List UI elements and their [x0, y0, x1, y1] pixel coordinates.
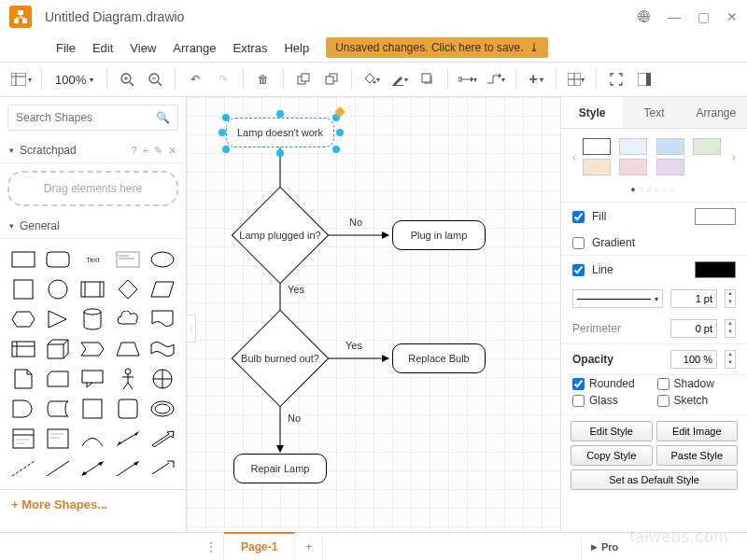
- zoom-in-button[interactable]: [115, 67, 139, 91]
- delete-button[interactable]: 🗑: [251, 67, 275, 91]
- shadow-button[interactable]: [416, 67, 440, 91]
- shape-list2[interactable]: [42, 426, 73, 452]
- shape-datastore[interactable]: [42, 396, 73, 422]
- node-plug-in[interactable]: Plug in lamp: [392, 220, 486, 250]
- shape-internal[interactable]: [7, 336, 38, 362]
- collapse-left-handle[interactable]: ⋮: [187, 315, 196, 343]
- line-width-input[interactable]: [670, 289, 717, 308]
- search-input[interactable]: [16, 111, 156, 124]
- shape-trapezoid[interactable]: [112, 336, 143, 362]
- connection-button[interactable]: ▾: [456, 67, 480, 91]
- sketch-check[interactable]: Sketch: [657, 394, 737, 407]
- more-shapes-button[interactable]: + More Shapes...: [0, 489, 186, 519]
- swatch-next[interactable]: ›: [729, 149, 738, 164]
- zoom-level[interactable]: 100%▾: [49, 73, 99, 87]
- view-mode-button[interactable]: ▾: [9, 67, 34, 91]
- tab-arrange[interactable]: Arrange: [685, 97, 747, 128]
- fill-color[interactable]: [695, 208, 736, 225]
- line-checkbox[interactable]: [572, 264, 585, 276]
- shape-list[interactable]: [7, 426, 38, 452]
- node-repair[interactable]: Repair Lamp: [233, 454, 327, 483]
- format-panel-button[interactable]: [632, 67, 656, 91]
- shape-dashed[interactable]: [7, 455, 38, 482]
- paste-style-button[interactable]: Paste Style: [656, 445, 739, 466]
- shape-hexagon[interactable]: [7, 306, 38, 332]
- swatch[interactable]: [619, 138, 647, 155]
- swatch[interactable]: [619, 159, 647, 175]
- shape-actor[interactable]: [112, 366, 143, 392]
- shape-and[interactable]: [7, 396, 38, 422]
- swatch[interactable]: [693, 138, 721, 155]
- maximize-button[interactable]: ▢: [698, 9, 710, 24]
- edit-image-button[interactable]: Edit Image: [656, 421, 739, 441]
- to-front-button[interactable]: [291, 67, 316, 91]
- copy-style-button[interactable]: Copy Style: [571, 445, 653, 466]
- node-decision-2[interactable]: Bulb burned out?: [246, 324, 315, 393]
- save-banner[interactable]: Unsaved changes. Click here to save.⤓: [326, 37, 547, 58]
- line-color-button[interactable]: ▾: [388, 67, 412, 91]
- edit-style-button[interactable]: Edit Style: [571, 421, 653, 441]
- shape-circle[interactable]: [42, 276, 73, 302]
- shape-link[interactable]: [148, 455, 178, 482]
- tab-style[interactable]: Style: [561, 97, 623, 128]
- shape-container[interactable]: [78, 396, 108, 422]
- shadow-check[interactable]: Shadow: [657, 377, 737, 390]
- line-width-stepper[interactable]: ▲▼: [725, 289, 736, 308]
- table-button[interactable]: ▾: [564, 67, 588, 91]
- page-tab[interactable]: Page-1: [224, 532, 295, 560]
- tab-text[interactable]: Text: [623, 97, 684, 128]
- insert-button[interactable]: +▾: [524, 67, 548, 91]
- menu-edit[interactable]: Edit: [92, 41, 113, 55]
- swatch[interactable]: [656, 138, 684, 155]
- chevron-down-icon[interactable]: ▾: [9, 146, 14, 155]
- shape-text[interactable]: Text: [78, 246, 108, 273]
- shape-note[interactable]: [7, 366, 38, 392]
- edit-icon[interactable]: ✎: [154, 145, 162, 157]
- fullscreen-button[interactable]: [604, 67, 628, 91]
- shape-arrow-thick[interactable]: [148, 426, 178, 452]
- shape-parallelogram[interactable]: [148, 276, 178, 302]
- shape-rect[interactable]: [7, 246, 38, 273]
- shape-cube[interactable]: [42, 336, 73, 362]
- menu-help[interactable]: Help: [284, 41, 309, 55]
- swatch[interactable]: [583, 159, 611, 175]
- properties-toggle[interactable]: ▶Pro: [581, 533, 747, 560]
- shape-textbox[interactable]: [112, 246, 143, 273]
- shape-card[interactable]: [42, 366, 73, 392]
- line-color[interactable]: [695, 261, 736, 278]
- node-decision-1[interactable]: Lamp plugged in?: [246, 201, 315, 270]
- shape-ellipse[interactable]: [148, 246, 178, 273]
- minimize-button[interactable]: —: [668, 9, 681, 24]
- shape-arrow-both[interactable]: [112, 426, 143, 452]
- shape-cylinder[interactable]: [78, 306, 108, 332]
- fill-checkbox[interactable]: [572, 211, 585, 223]
- glass-check[interactable]: Glass: [572, 394, 652, 407]
- shape-tape[interactable]: [148, 336, 178, 362]
- canvas[interactable]: ⋮ Lamp doesn't work Lamp plugged in? No …: [187, 97, 560, 532]
- chevron-down-icon[interactable]: ▾: [9, 221, 14, 231]
- add-page-button[interactable]: +: [295, 533, 323, 560]
- redo-button[interactable]: ↷: [211, 67, 235, 91]
- shape-diamond[interactable]: [112, 276, 143, 302]
- shape-square[interactable]: [7, 276, 38, 302]
- undo-button[interactable]: ↶: [183, 67, 207, 91]
- menu-view[interactable]: View: [130, 41, 156, 55]
- perimeter-stepper[interactable]: ▲▼: [725, 319, 736, 338]
- shape-rounded[interactable]: [42, 246, 73, 273]
- node-replace[interactable]: Replace Bulb: [392, 343, 486, 373]
- shape-step[interactable]: [78, 336, 108, 362]
- swatch[interactable]: [583, 138, 611, 155]
- opacity-stepper[interactable]: ▲▼: [725, 350, 736, 369]
- waypoints-button[interactable]: ▾: [484, 67, 508, 91]
- shape-callout[interactable]: [78, 366, 108, 392]
- close-button[interactable]: ✕: [726, 9, 738, 24]
- menu-file[interactable]: File: [56, 41, 76, 55]
- shape-arrow[interactable]: [112, 455, 143, 482]
- fill-color-button[interactable]: ▾: [359, 67, 384, 91]
- shape-process[interactable]: [78, 276, 108, 302]
- scratchpad-drop[interactable]: Drag elements here: [7, 171, 178, 206]
- swatch-pager[interactable]: ●○○○○○: [561, 185, 747, 203]
- swatch-prev[interactable]: ‹: [571, 149, 579, 164]
- help-icon[interactable]: ?: [131, 145, 136, 156]
- shape-document[interactable]: [148, 306, 178, 332]
